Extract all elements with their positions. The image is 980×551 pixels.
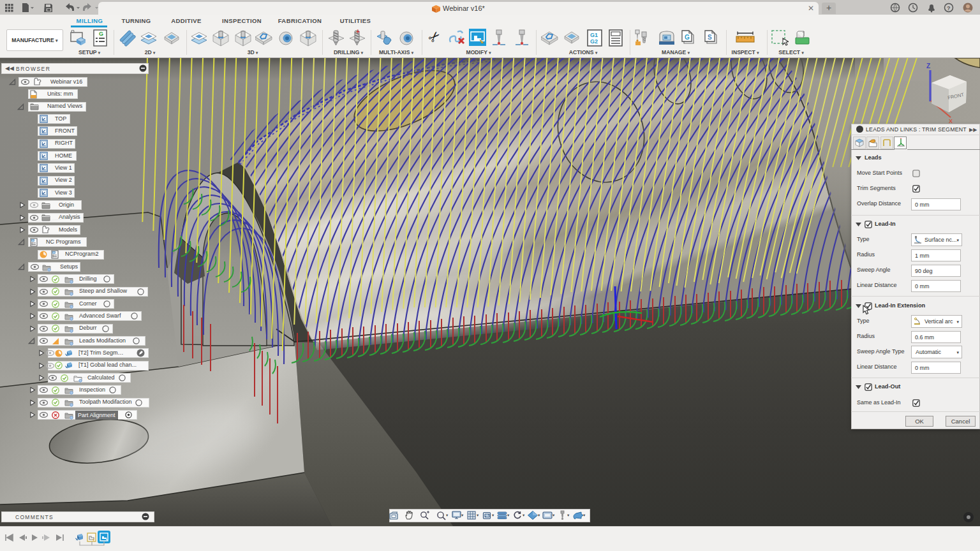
svg-text:?: ? xyxy=(947,5,951,11)
svg-text:+: + xyxy=(356,29,360,35)
svg-text:G: G xyxy=(685,34,690,41)
svg-text:G: G xyxy=(99,31,103,37)
svg-text:G1: G1 xyxy=(590,32,598,38)
svg-text:G2: G2 xyxy=(590,38,598,45)
svg-text:Z: Z xyxy=(926,62,930,70)
svg-text:S: S xyxy=(708,34,712,41)
